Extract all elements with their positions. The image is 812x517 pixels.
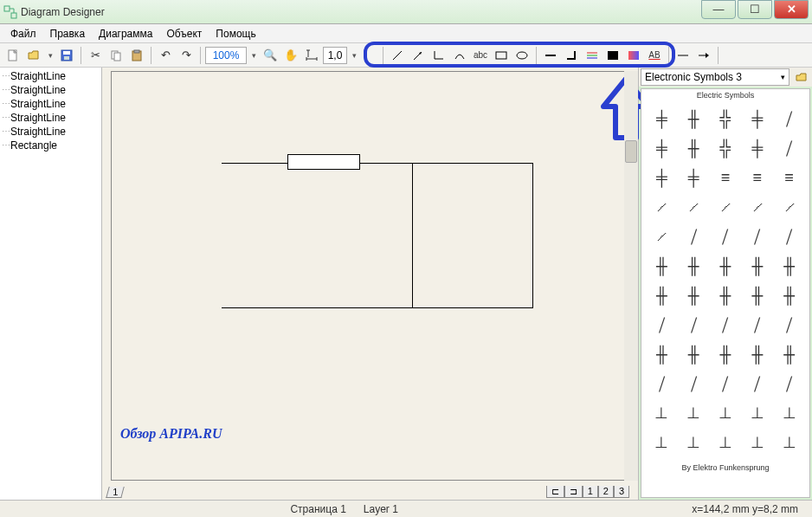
symbol-item[interactable]: ⊥ bbox=[648, 401, 675, 425]
ellipse-tool[interactable] bbox=[512, 46, 532, 65]
line-color-button[interactable] bbox=[583, 46, 602, 65]
open-dropdown[interactable]: ▾ bbox=[45, 47, 55, 64]
canvas-area[interactable]: Обзор APIPA.RU 1 ⊏ ⊐ 1 2 3 bbox=[102, 68, 639, 500]
symbol-item[interactable]: ╫ bbox=[680, 136, 707, 160]
arrow-tool[interactable] bbox=[409, 46, 428, 65]
symbol-item[interactable]: ⧸ bbox=[648, 313, 675, 337]
magnifier-button[interactable]: 🔍 bbox=[261, 46, 280, 65]
symbol-item[interactable]: ⟋ bbox=[648, 224, 675, 249]
object-tree[interactable]: StraightLine StraightLine StraightLine S… bbox=[0, 68, 102, 500]
undo-button[interactable]: ↶ bbox=[156, 46, 175, 65]
menu-diagram[interactable]: Диаграмма bbox=[92, 25, 159, 42]
symbol-item[interactable]: ⊥ bbox=[744, 430, 770, 455]
symbol-item[interactable]: ⧸ bbox=[712, 224, 739, 249]
symbol-item[interactable]: ⧸ bbox=[744, 313, 770, 337]
symbol-item[interactable]: ⧸ bbox=[712, 372, 739, 396]
symbol-item[interactable]: ⧸ bbox=[776, 313, 802, 337]
shape-line[interactable] bbox=[412, 163, 413, 308]
redo-button[interactable]: ↷ bbox=[177, 46, 196, 65]
zoom-input[interactable]: 100% bbox=[205, 47, 247, 64]
corner-style-button[interactable] bbox=[562, 46, 581, 65]
menu-edit[interactable]: Правка bbox=[43, 25, 93, 42]
zoom-dropdown[interactable]: ▾ bbox=[248, 47, 259, 64]
shape-rectangle[interactable] bbox=[287, 154, 360, 170]
symbol-item[interactable]: ⧸ bbox=[680, 372, 707, 396]
line-weight-input[interactable]: 1,0 bbox=[323, 47, 347, 64]
symbol-item[interactable]: ⧸ bbox=[776, 136, 802, 160]
tree-item[interactable]: StraightLine bbox=[2, 111, 100, 125]
gradient-button[interactable] bbox=[624, 46, 643, 65]
page-tab[interactable]: 1 bbox=[106, 487, 125, 498]
new-file-button[interactable] bbox=[3, 46, 23, 65]
page-tab-nav-right[interactable]: ⊐ bbox=[564, 486, 583, 498]
arrow-start-button[interactable] bbox=[673, 46, 693, 65]
symbol-item[interactable]: ⊥ bbox=[680, 430, 707, 455]
open-file-button[interactable] bbox=[24, 46, 43, 65]
tree-item[interactable]: StraightLine bbox=[2, 125, 100, 139]
paste-button[interactable] bbox=[127, 46, 146, 65]
window-close-button[interactable]: ✕ bbox=[774, 0, 809, 19]
tree-item[interactable]: StraightLine bbox=[2, 97, 100, 111]
scrollbar-thumb[interactable] bbox=[625, 140, 637, 163]
symbol-item[interactable]: ╪ bbox=[744, 107, 770, 131]
symbol-item[interactable]: ⧸ bbox=[680, 224, 707, 249]
symbol-item[interactable]: ⊥ bbox=[648, 430, 675, 455]
page-tab[interactable]: 2 bbox=[598, 486, 614, 498]
symbol-item[interactable]: ╫ bbox=[744, 342, 770, 366]
symbol-item[interactable]: ⊥ bbox=[776, 401, 802, 425]
symbol-item[interactable]: ╫ bbox=[712, 342, 739, 366]
shape-line[interactable] bbox=[222, 163, 287, 164]
symbol-item[interactable]: ≡ bbox=[776, 165, 802, 190]
symbol-item[interactable]: ╫ bbox=[712, 254, 739, 278]
symbol-item[interactable]: ╫ bbox=[680, 342, 707, 366]
tree-item[interactable]: StraightLine bbox=[2, 83, 100, 97]
symbol-item[interactable]: ⧸ bbox=[680, 313, 707, 337]
page-tab[interactable]: 3 bbox=[614, 486, 629, 498]
tree-item[interactable]: Rectangle bbox=[2, 139, 100, 152]
symbol-item[interactable]: ╪ bbox=[648, 136, 675, 160]
symbol-item[interactable]: ⧸ bbox=[776, 372, 802, 396]
symbol-item[interactable]: ⊥ bbox=[712, 430, 739, 455]
palette-browse-button[interactable] bbox=[793, 68, 810, 86]
symbol-item[interactable]: ⧸ bbox=[712, 313, 739, 337]
menu-object[interactable]: Объект bbox=[159, 25, 209, 42]
connector1-tool[interactable] bbox=[429, 46, 448, 65]
symbol-item[interactable]: ⟋ bbox=[712, 195, 739, 219]
menu-help[interactable]: Помощь bbox=[209, 25, 262, 42]
line-weight-dropdown[interactable]: ▾ bbox=[349, 47, 359, 64]
save-button[interactable] bbox=[57, 46, 76, 65]
symbol-item[interactable]: ⟋ bbox=[680, 195, 707, 219]
line-tool[interactable] bbox=[388, 46, 407, 65]
tree-item[interactable]: StraightLine bbox=[2, 69, 100, 83]
symbol-item[interactable]: ╪ bbox=[680, 165, 707, 190]
arrow-end-button[interactable] bbox=[694, 46, 713, 65]
rectangle-tool[interactable] bbox=[492, 46, 511, 65]
dimensions-button[interactable] bbox=[302, 46, 321, 65]
symbol-item[interactable]: ╫ bbox=[776, 254, 802, 278]
symbol-item[interactable]: ╫ bbox=[680, 107, 707, 131]
window-maximize-button[interactable]: ☐ bbox=[738, 0, 772, 19]
page-tab-nav-left[interactable]: ⊏ bbox=[546, 486, 564, 498]
page-tab[interactable]: 1 bbox=[583, 486, 598, 498]
cut-button[interactable]: ✂ bbox=[86, 46, 105, 65]
symbol-item[interactable]: ╪ bbox=[744, 136, 770, 160]
symbol-item[interactable]: ╫ bbox=[680, 283, 707, 307]
symbol-item[interactable]: ⊥ bbox=[712, 401, 739, 425]
symbol-item[interactable]: ⧸ bbox=[744, 224, 770, 249]
symbol-item[interactable]: ╪ bbox=[648, 107, 675, 131]
symbol-item[interactable]: ⊥ bbox=[744, 401, 770, 425]
text-tool[interactable]: abc bbox=[471, 46, 490, 65]
symbol-item[interactable]: ⟋ bbox=[776, 195, 802, 219]
symbol-item[interactable]: ╫ bbox=[712, 283, 739, 307]
text-color-button[interactable]: AB bbox=[645, 46, 664, 65]
fill-color-button[interactable] bbox=[603, 46, 622, 65]
line-style-button[interactable] bbox=[541, 46, 560, 65]
symbol-item[interactable]: ⧸ bbox=[744, 372, 770, 396]
connector2-tool[interactable] bbox=[450, 46, 469, 65]
symbol-item[interactable]: ╫ bbox=[680, 254, 707, 278]
window-minimize-button[interactable]: — bbox=[701, 0, 736, 19]
symbol-item[interactable]: ╫ bbox=[776, 283, 802, 307]
copy-button[interactable] bbox=[106, 46, 126, 65]
shape-line[interactable] bbox=[222, 307, 533, 308]
symbol-item[interactable]: ╬ bbox=[712, 107, 739, 131]
